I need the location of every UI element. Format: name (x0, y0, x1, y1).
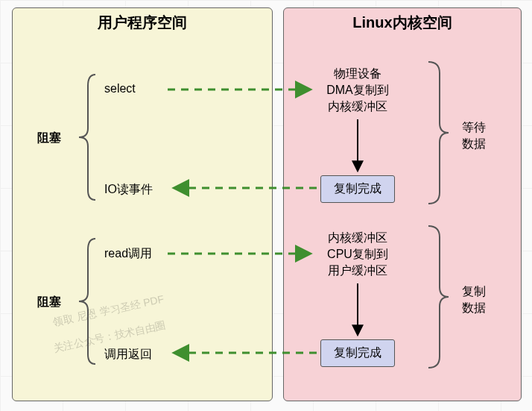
stage1-brace-label: 等待 数据 (462, 119, 486, 152)
stage1-done-box: 复制完成 (320, 175, 395, 203)
stage2-done-box: 复制完成 (320, 339, 395, 367)
block1-label: 阻塞 (37, 131, 61, 146)
stage2-text: 内核缓冲区 CPU复制到 用户缓冲区 (313, 230, 402, 279)
select-label: select (104, 82, 136, 95)
user-space-panel: 用户程序空间 (12, 7, 273, 401)
user-space-title: 用户程序空间 (13, 13, 272, 33)
kernel-space-title: Linux内核空间 (284, 13, 521, 33)
return-label: 调用返回 (104, 347, 152, 363)
read-call-label: read调用 (104, 246, 152, 262)
stage2-brace-label: 复制 数据 (462, 283, 486, 316)
stage1-text: 物理设备 DMA复制到 内核缓冲区 (313, 66, 402, 115)
io-event-label: IO读事件 (104, 182, 153, 198)
block2-label: 阻塞 (37, 295, 61, 310)
